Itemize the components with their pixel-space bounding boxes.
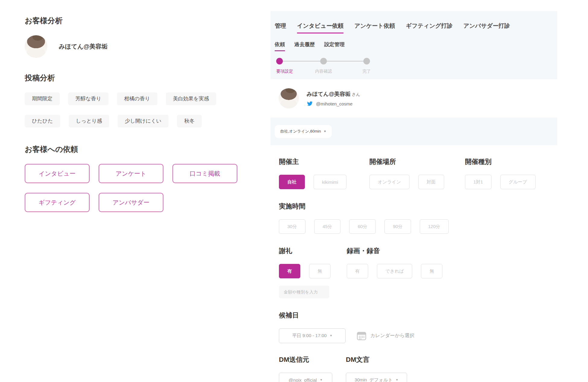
- request-form: 開催主 自社 kikimimi 開催場所 オンライン 対面 開催種別 1対1 グ…: [270, 145, 557, 382]
- customer-avatar: [25, 35, 47, 58]
- host-option-kikimimi[interactable]: kikimimi: [314, 175, 346, 189]
- reward-amount-input[interactable]: [279, 286, 329, 298]
- dm-sender-dropdown[interactable]: @noix_official ▼: [279, 373, 332, 382]
- preset-bar: 自社,オンライン,60min ▼: [270, 117, 557, 145]
- recording-label: 録画・録音: [347, 246, 442, 255]
- chevron-down-icon: ▼: [324, 130, 326, 133]
- tab-management[interactable]: 管理: [275, 22, 286, 33]
- request-interview-button[interactable]: インタビュー: [25, 164, 90, 183]
- interview-request-panel: 管理 インタビュー依頼 アンケート依頼 ギフティング打診 アンバサダー打診 依頼…: [270, 11, 557, 382]
- step-label-confirm: 内容確認: [315, 69, 332, 74]
- step-label-done: 完了: [362, 69, 371, 74]
- analysis-tags-row2: ひたひた しっとり感 少し開けにくい 秋冬: [25, 115, 245, 127]
- preset-dropdown[interactable]: 自社,オンライン,60min ▼: [275, 125, 332, 138]
- request-gifting-button[interactable]: ギフティング: [25, 193, 90, 212]
- chevron-down-icon: ▼: [320, 379, 323, 381]
- step-dot-active: [276, 58, 283, 64]
- analysis-tag: しっとり感: [69, 115, 109, 127]
- customer-request-title: お客様への依頼: [25, 144, 245, 154]
- main-tabs: 管理 インタビュー依頼 アンケート依頼 ギフティング打診 アンバサダー打診: [275, 22, 553, 33]
- recording-option-yes[interactable]: 有: [347, 264, 368, 278]
- sub-tabs: 依頼 過去履歴 設定管理: [275, 41, 553, 51]
- request-ambassador-button[interactable]: アンバサダー: [99, 193, 163, 212]
- subtab-history[interactable]: 過去履歴: [294, 41, 315, 51]
- recording-option-no[interactable]: 無: [421, 264, 442, 278]
- analysis-tag: 芳醇な香り: [68, 92, 109, 105]
- type-option-1on1[interactable]: 1対1: [465, 175, 492, 189]
- progress-stepper: 要項設定 内容確認 完了: [275, 58, 553, 80]
- step-dot: [363, 58, 370, 64]
- dm-text-label: DM文言: [346, 355, 407, 364]
- duration-option-30[interactable]: 30分: [279, 219, 305, 234]
- type-option-group[interactable]: グループ: [500, 175, 536, 189]
- customer-analysis-panel: お客様分析 みほてん@美容垢 投稿分析 期間限定 芳醇な香り 柑橘の香り 美白効…: [25, 16, 245, 212]
- dm-sender-label: DM送信元: [279, 355, 346, 364]
- analysis-tags-row1: 期間限定 芳醇な香り 柑橘の香り 美白効果を実感: [25, 92, 245, 105]
- type-label: 開催種別: [465, 157, 536, 166]
- recording-option-ifpossible[interactable]: できれば: [377, 264, 412, 278]
- target-avatar: [279, 88, 299, 108]
- dm-text-value: 30min_デフォルト: [355, 377, 393, 382]
- reward-option-yes[interactable]: 有: [279, 264, 300, 278]
- calendar-select-label: カレンダーから選択: [370, 333, 414, 339]
- candidate-dates-label: 候補日: [279, 311, 557, 320]
- host-label: 開催主: [279, 157, 369, 166]
- analysis-tag: ひたひた: [25, 115, 60, 127]
- place-label: 開催場所: [369, 157, 465, 166]
- date-range-value: 平日 9:00 - 17:00: [292, 333, 327, 339]
- tab-interview-request[interactable]: インタビュー依頼: [297, 22, 343, 33]
- calendar-icon: [357, 331, 366, 340]
- step-dot: [320, 58, 327, 64]
- customer-analysis-title: お客様分析: [25, 16, 245, 26]
- subtab-settings[interactable]: 設定管理: [324, 41, 345, 51]
- step-label-requirements: 要項設定: [276, 69, 293, 74]
- dm-sender-value: @noix_official: [289, 377, 317, 382]
- request-survey-button[interactable]: アンケート: [99, 164, 163, 183]
- customer-profile: みほてん@美容垢: [25, 35, 245, 58]
- tab-survey-request[interactable]: アンケート依頼: [354, 22, 395, 33]
- analysis-tag: 秋冬: [177, 115, 202, 127]
- duration-option-45[interactable]: 45分: [314, 219, 341, 234]
- chevron-down-icon: ▼: [330, 334, 332, 337]
- request-review-button[interactable]: 口コミ掲載: [172, 164, 237, 183]
- analysis-tag: 柑橘の香り: [117, 92, 157, 105]
- host-option-own[interactable]: 自社: [279, 175, 305, 189]
- honorific: さん: [352, 92, 360, 97]
- dm-text-dropdown[interactable]: 30min_デフォルト ▼: [346, 373, 407, 382]
- panel-header: 管理 インタビュー依頼 アンケート依頼 ギフティング打診 アンバサダー打診 依頼…: [270, 11, 557, 79]
- request-buttons: インタビュー アンケート 口コミ掲載 ギフティング アンバサダー: [25, 164, 245, 212]
- preset-dropdown-value: 自社,オンライン,60min: [280, 129, 321, 134]
- duration-option-120[interactable]: 120分: [420, 219, 449, 234]
- customer-name: みほてん@美容垢: [59, 42, 107, 51]
- place-option-online[interactable]: オンライン: [369, 175, 409, 189]
- twitter-handle[interactable]: @mihoten_cosme: [316, 101, 352, 106]
- subtab-request[interactable]: 依頼: [275, 41, 285, 51]
- analysis-tag: 少し開けにくい: [118, 115, 169, 127]
- analysis-tag: 美白効果を実感: [166, 92, 216, 105]
- chevron-down-icon: ▼: [396, 379, 398, 381]
- duration-option-60[interactable]: 60分: [349, 219, 376, 234]
- post-analysis-title: 投稿分析: [25, 73, 245, 83]
- tab-gifting-proposal[interactable]: ギフティング打診: [406, 22, 453, 33]
- target-profile: みほてん@美容垢さん @mihoten_cosme: [270, 79, 557, 117]
- twitter-icon: [307, 101, 313, 106]
- reward-label: 謝礼: [279, 246, 347, 255]
- target-name: みほてん@美容垢: [307, 91, 350, 97]
- reward-option-no[interactable]: 無: [309, 264, 330, 278]
- calendar-select-link[interactable]: カレンダーから選択: [355, 331, 416, 341]
- date-range-dropdown[interactable]: 平日 9:00 - 17:00 ▼: [279, 328, 346, 343]
- tab-ambassador-proposal[interactable]: アンバサダー打診: [463, 22, 510, 33]
- place-option-inperson[interactable]: 対面: [418, 175, 444, 189]
- analysis-tag: 期間限定: [25, 92, 60, 105]
- duration-label: 実施時間: [279, 202, 557, 211]
- duration-option-90[interactable]: 90分: [384, 219, 411, 234]
